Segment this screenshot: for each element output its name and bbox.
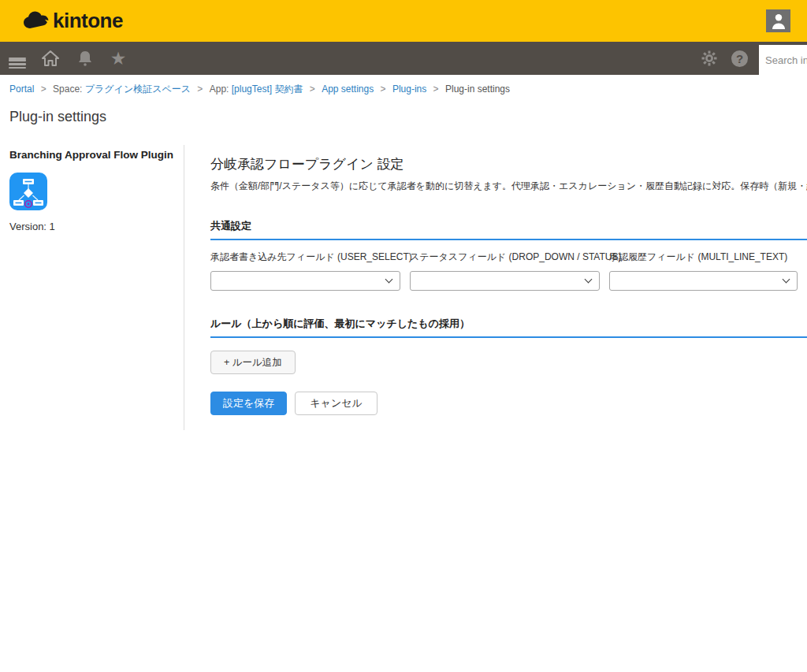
cancel-button[interactable]: キャンセル (295, 392, 377, 415)
breadcrumb-separator: > (381, 84, 386, 95)
approver-field-select[interactable] (210, 271, 400, 291)
common-settings-section-title: 共通設定 (210, 219, 807, 240)
user-silhouette-icon (771, 13, 787, 29)
breadcrumb: Portal > Space: プラグイン検証スペース > App: [plug… (0, 75, 807, 96)
status-field-select[interactable] (410, 271, 600, 291)
plugin-flowchart-icon (9, 173, 184, 213)
breadcrumb-prefix-space: Space: (53, 84, 85, 95)
breadcrumb-separator: > (310, 84, 315, 95)
kintone-logo-text: kintone (53, 10, 123, 31)
hamburger-menu-icon[interactable] (8, 49, 27, 68)
settings-heading: 分岐承認フロープラグイン 設定 (210, 155, 807, 173)
status-field-group: ステータスフィールド (DROP_DOWN / STATUS) (410, 251, 600, 291)
status-field-select-wrap (410, 271, 600, 291)
nav-left-icons: ★ (0, 49, 128, 68)
kintone-cloud-icon (22, 9, 50, 32)
plugin-list-sidebar: Branching Approval Flow Plugin (0, 145, 184, 430)
breadcrumb-link-app-settings[interactable]: App settings (322, 84, 374, 95)
plugin-settings-panel: 分岐承認フロープラグイン 設定 条件（金額/部門/ステータス等）に応じて承認者を… (184, 145, 807, 430)
top-header-bar: kintone (0, 0, 807, 42)
history-field-select[interactable] (609, 271, 798, 291)
kintone-logo-link[interactable]: kintone (22, 9, 123, 32)
home-icon[interactable] (41, 49, 60, 68)
settings-description: 条件（金額/部門/ステータス等）に応じて承認者を動的に切替えます。代理承認・エス… (210, 180, 807, 193)
rules-section-title: ルール（上から順に評価、最初にマッチしたもの採用） (210, 317, 807, 338)
notifications-bell-icon[interactable] (76, 49, 95, 68)
common-settings-fields: 承認者書き込み先フィールド (USER_SELECT) ステータスフィールド (… (210, 251, 807, 291)
history-field-select-wrap (609, 271, 798, 291)
form-actions: 設定を保存 キャンセル (210, 392, 807, 415)
search-box (759, 45, 807, 75)
favorites-star-icon[interactable]: ★ (109, 49, 128, 68)
save-settings-button[interactable]: 設定を保存 (210, 392, 287, 415)
breadcrumb-link-space[interactable]: プラグイン検証スペース (85, 84, 191, 95)
add-rule-button[interactable]: + ルール追加 (210, 351, 296, 374)
settings-gear-icon[interactable] (700, 49, 719, 68)
approver-field-group: 承認者書き込み先フィールド (USER_SELECT) (210, 251, 400, 291)
breadcrumb-separator: > (433, 84, 439, 95)
approver-field-label: 承認者書き込み先フィールド (USER_SELECT) (210, 251, 400, 264)
history-field-label: 承認履歴フィールド (MULTI_LINE_TEXT) (609, 251, 798, 264)
breadcrumb-link-portal[interactable]: Portal (9, 84, 34, 95)
plugin-version-label: Version: 1 (9, 221, 184, 232)
breadcrumb-separator: > (197, 84, 203, 95)
plugin-name: Branching Approval Flow Plugin (9, 148, 184, 162)
navigation-bar: ★ ? (0, 42, 807, 75)
breadcrumb-current-page: Plug-in settings (445, 84, 510, 95)
content-area: Branching Approval Flow Plugin (0, 145, 807, 430)
breadcrumb-link-app[interactable]: [plugTest] 契約書 (232, 84, 303, 95)
app-search-input[interactable] (759, 54, 807, 66)
user-avatar-button[interactable] (766, 9, 790, 32)
breadcrumb-prefix-app: App: (210, 84, 232, 95)
history-field-group: 承認履歴フィールド (MULTI_LINE_TEXT) (609, 251, 798, 291)
breadcrumb-link-plugins[interactable]: Plug-ins (392, 84, 426, 95)
page-title: Plug-in settings (9, 109, 798, 125)
help-question-icon[interactable]: ? (731, 50, 748, 67)
breadcrumb-separator: > (41, 84, 46, 95)
approver-field-select-wrap (210, 271, 400, 291)
status-field-label: ステータスフィールド (DROP_DOWN / STATUS) (410, 251, 600, 264)
